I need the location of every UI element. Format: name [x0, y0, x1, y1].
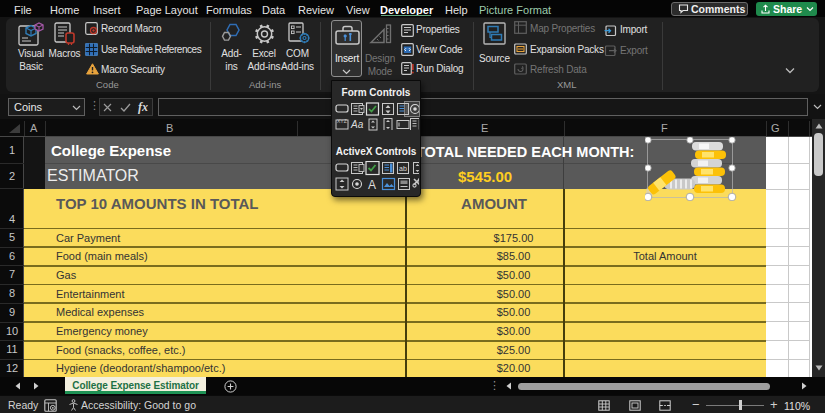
svg-text:Aa: Aa	[350, 119, 364, 130]
svg-text:A: A	[368, 178, 376, 191]
svg-text:ab: ab	[399, 165, 407, 172]
svg-text:XYZ: XYZ	[337, 118, 347, 124]
